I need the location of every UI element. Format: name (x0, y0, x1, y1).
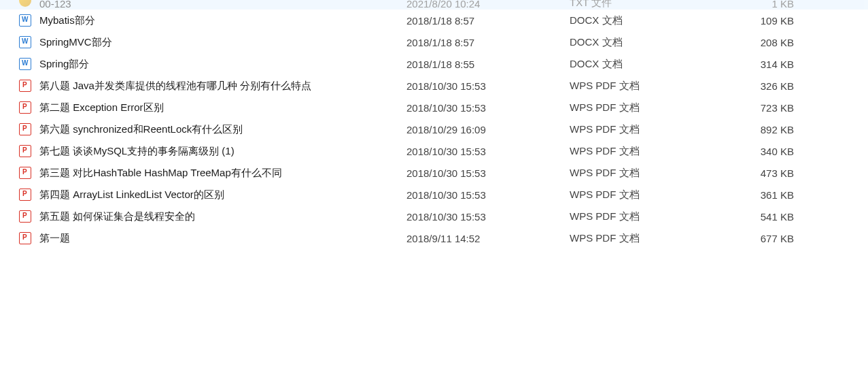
file-name-cell: 第一题 (19, 232, 406, 245)
file-date: 2018/10/29 16:09 (406, 124, 570, 135)
file-name-cell: 第六题 synchronized和ReentLock有什么区别 (19, 123, 406, 136)
file-row[interactable]: 第六题 synchronized和ReentLock有什么区别 2018/10/… (0, 118, 868, 140)
file-row[interactable]: 第一题 2018/9/11 14:52 WPS PDF 文档 677 KB (0, 227, 868, 249)
file-size: 1 KB (740, 0, 808, 10)
file-name-cell: 第三题 对比HashTable HashMap TreeMap有什么不同 (19, 167, 406, 180)
pdf-icon (19, 210, 31, 223)
file-type: DOCX 文档 (570, 36, 740, 49)
file-row[interactable]: Mybatis部分 2018/1/18 8:57 DOCX 文档 109 KB (0, 10, 868, 31)
file-type: DOCX 文档 (570, 14, 740, 27)
file-type: TXT 文件 (570, 0, 740, 10)
file-name-cell: 第四题 ArrayList LinkedList Vector的区别 (19, 189, 406, 201)
file-row[interactable]: 第三题 对比HashTable HashMap TreeMap有什么不同 201… (0, 162, 868, 184)
file-type: WPS PDF 文档 (570, 189, 740, 201)
file-date: 2018/10/30 15:53 (406, 189, 570, 201)
file-size: 892 KB (740, 124, 808, 135)
file-name: Mybatis部分 (39, 14, 95, 27)
file-type: DOCX 文档 (570, 58, 740, 71)
pdf-icon (19, 232, 31, 244)
pdf-icon (19, 189, 31, 201)
file-date: 2018/10/30 15:53 (406, 146, 570, 157)
file-size: 541 KB (740, 211, 808, 223)
file-name: 第一题 (39, 232, 70, 245)
file-size: 473 KB (740, 167, 808, 179)
file-date: 2018/9/11 14:52 (406, 233, 570, 244)
file-row[interactable]: 第二题 Exception Error区别 2018/10/30 15:53 W… (0, 97, 868, 118)
file-type: WPS PDF 文档 (570, 123, 740, 136)
file-row[interactable]: SpringMVC部分 2018/1/18 8:57 DOCX 文档 208 K… (0, 31, 868, 53)
file-row[interactable]: 第八题 Java并发类库提供的线程池有哪几种 分别有什么特点 2018/10/3… (0, 75, 868, 97)
pdf-icon (19, 123, 31, 135)
pdf-icon (19, 167, 31, 179)
file-list: 00-123 2021/8/20 10:24 TXT 文件 1 KB Mybat… (0, 0, 868, 249)
file-name: 第八题 Java并发类库提供的线程池有哪几种 分别有什么特点 (39, 80, 311, 93)
file-type: WPS PDF 文档 (570, 145, 740, 158)
file-name-cell: Mybatis部分 (19, 14, 406, 27)
docx-icon (19, 58, 31, 70)
file-name: 第二题 Exception Error区别 (39, 101, 164, 114)
file-date: 2018/10/30 15:53 (406, 102, 570, 114)
docx-icon (19, 14, 31, 27)
pdf-icon (19, 145, 31, 157)
file-date: 2021/8/20 10:24 (406, 0, 570, 10)
file-name-cell: 第七题 谈谈MySQL支持的事务隔离级别 (1) (19, 145, 406, 158)
pdf-icon (19, 101, 31, 114)
file-name-cell: 第八题 Java并发类库提供的线程池有哪几种 分别有什么特点 (19, 80, 406, 93)
file-type: WPS PDF 文档 (570, 167, 740, 180)
file-name: 第六题 synchronized和ReentLock有什么区别 (39, 123, 243, 136)
file-name: 第七题 谈谈MySQL支持的事务隔离级别 (1) (39, 145, 235, 158)
file-type: WPS PDF 文档 (570, 232, 740, 245)
file-row[interactable]: 第七题 谈谈MySQL支持的事务隔离级别 (1) 2018/10/30 15:5… (0, 140, 868, 162)
file-date: 2018/1/18 8:57 (406, 15, 570, 27)
file-name-cell: 00-123 (19, 0, 406, 10)
file-name: 第四题 ArrayList LinkedList Vector的区别 (39, 189, 224, 201)
pdf-icon (19, 80, 31, 92)
file-date: 2018/10/30 15:53 (406, 80, 570, 92)
file-size: 109 KB (740, 15, 808, 27)
file-row[interactable]: 第五题 如何保证集合是线程安全的 2018/10/30 15:53 WPS PD… (0, 206, 868, 227)
file-row[interactable]: 第四题 ArrayList LinkedList Vector的区别 2018/… (0, 184, 868, 206)
file-name: SpringMVC部分 (39, 36, 112, 49)
file-size: 723 KB (740, 102, 808, 114)
file-date: 2018/10/30 15:53 (406, 167, 570, 179)
file-size: 340 KB (740, 146, 808, 157)
file-type: WPS PDF 文档 (570, 80, 740, 93)
file-name-cell: 第二题 Exception Error区别 (19, 101, 406, 114)
file-type: WPS PDF 文档 (570, 210, 740, 223)
file-size: 326 KB (740, 80, 808, 92)
file-name: 00-123 (39, 0, 71, 10)
file-name-cell: 第五题 如何保证集合是线程安全的 (19, 210, 406, 223)
file-name: 第五题 如何保证集合是线程安全的 (39, 210, 195, 223)
file-size: 314 KB (740, 59, 808, 70)
file-type: WPS PDF 文档 (570, 101, 740, 114)
docx-icon (19, 36, 31, 48)
file-size: 361 KB (740, 189, 808, 201)
file-size: 677 KB (740, 233, 808, 244)
file-date: 2018/10/30 15:53 (406, 211, 570, 223)
file-name: Spring部分 (39, 58, 89, 71)
file-date: 2018/1/18 8:55 (406, 59, 570, 70)
file-name-cell: Spring部分 (19, 58, 406, 71)
file-name-cell: SpringMVC部分 (19, 36, 406, 49)
file-name: 第三题 对比HashTable HashMap TreeMap有什么不同 (39, 167, 282, 180)
txt-icon (19, 0, 31, 7)
file-row[interactable]: Spring部分 2018/1/18 8:55 DOCX 文档 314 KB (0, 53, 868, 75)
file-date: 2018/1/18 8:57 (406, 37, 570, 48)
file-size: 208 KB (740, 37, 808, 48)
file-row[interactable]: 00-123 2021/8/20 10:24 TXT 文件 1 KB (0, 0, 868, 10)
